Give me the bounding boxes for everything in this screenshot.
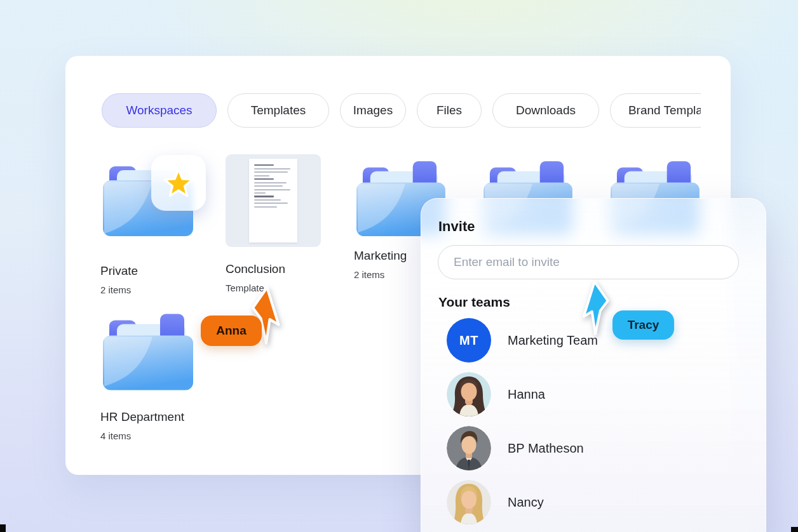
avatar-initials-text: MT [459, 333, 478, 348]
portrait-man-suit [447, 426, 491, 470]
item-title: HR Department [100, 410, 227, 424]
tab-bar: Workspaces Templates Images Files Downlo… [102, 93, 701, 129]
invite-panel-title: Invite [438, 218, 475, 235]
corner-artifact-right [791, 527, 798, 532]
member-name: Hanna [508, 387, 545, 402]
star-icon [162, 166, 195, 199]
team-list: MT Marketing Team Hanna [421, 318, 766, 532]
invite-panel: Invite Your teams MT Marketing Team [421, 198, 766, 532]
tab-downloads[interactable]: Downloads [492, 93, 599, 128]
item-title: Conclusion [226, 262, 327, 276]
tab-files[interactable]: Files [417, 93, 482, 128]
folder-item-hr-department[interactable]: HR Department 4 items [100, 311, 227, 441]
tab-images[interactable]: Images [340, 93, 406, 128]
item-title: Private [100, 264, 215, 278]
star-badge [151, 155, 206, 211]
item-subtitle: Template [226, 283, 327, 293]
member-name: Nancy [508, 495, 544, 510]
folder-bookmark-icon [100, 311, 196, 397]
avatar-bp-matheson [447, 426, 491, 470]
item-subtitle: 2 items [100, 284, 215, 295]
screenshot-stage: Workspaces Templates Images Files Downlo… [0, 0, 798, 532]
tab-brand-templates[interactable]: Brand Templates [610, 93, 701, 128]
document-item-conclusion[interactable]: Conclusion Template [226, 154, 327, 293]
document-page [249, 159, 297, 243]
tab-workspaces[interactable]: Workspaces [102, 93, 217, 128]
avatar-hanna [447, 372, 491, 416]
item-subtitle: 4 items [100, 430, 227, 441]
your-teams-heading: Your teams [438, 295, 510, 310]
corner-artifact-left [0, 524, 6, 532]
avatar-marketing-team: MT [447, 318, 491, 362]
team-row-bp-matheson[interactable]: BP Matheson [421, 426, 766, 470]
team-row-hanna[interactable]: Hanna [421, 372, 766, 416]
member-name: BP Matheson [508, 441, 584, 456]
team-row-marketing-team[interactable]: MT Marketing Team [421, 318, 766, 362]
portrait-woman-dark-hair [447, 372, 491, 416]
folder-item-private[interactable]: Private 2 items [100, 156, 215, 295]
avatar-nancy [447, 480, 491, 524]
team-row-nancy[interactable]: Nancy [421, 480, 766, 524]
portrait-woman-blonde [447, 480, 491, 524]
member-name: Marketing Team [508, 333, 598, 348]
tab-templates[interactable]: Templates [227, 93, 329, 128]
document-thumbnail [226, 154, 321, 247]
email-invite-input[interactable] [438, 245, 739, 279]
